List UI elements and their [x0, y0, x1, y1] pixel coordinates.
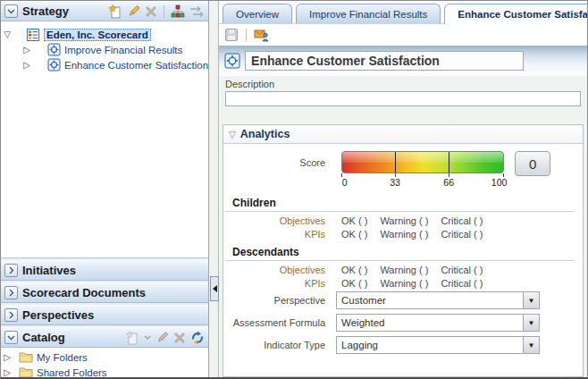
dropdown-arrow-icon[interactable]: ▼: [523, 337, 539, 353]
warning-count: Warning ( ): [380, 265, 428, 275]
tree-row-folder[interactable]: ▷ My Folders: [1, 350, 208, 365]
perspective-label: Perspective: [225, 295, 325, 306]
objectives-label: Objectives: [225, 215, 325, 226]
tree-row-objective[interactable]: ▷ Improve Financial Results: [1, 42, 208, 57]
critical-count: Critical ( ): [441, 265, 483, 275]
gauge-axis: 0 33 66 100: [341, 173, 504, 188]
strategy-tree: ▽ Eden, Inc. Scorecard ▷ Improve Financi…: [1, 21, 208, 258]
strategy-toolbar: [108, 4, 205, 19]
gauge-tick-label: 0: [342, 177, 348, 188]
selected-value: Customer: [337, 295, 523, 306]
edit-pencil-icon[interactable]: [155, 331, 169, 344]
expand-closed-icon[interactable]: ▷: [1, 352, 13, 362]
objective-icon: [47, 43, 61, 56]
tree-node-label[interactable]: Improve Financial Results: [64, 45, 182, 55]
catalog-tree: ▷ My Folders ▷ Shared Folders: [1, 348, 208, 377]
ok-count: OK ( ): [341, 278, 367, 289]
objective-title-bar: Enhance Customer Satisfaction: [219, 46, 587, 76]
warning-count: Warning ( ): [380, 229, 428, 240]
cause-effect-map-icon[interactable]: [189, 5, 205, 18]
scorecard-documents-panel-header[interactable]: Scorecard Documents: [1, 282, 208, 303]
objective-icon: [224, 53, 240, 69]
dropdown-arrow-icon[interactable]: ▼: [523, 315, 539, 331]
tree-node-label[interactable]: My Folders: [37, 352, 88, 363]
new-objective-icon[interactable]: [108, 4, 122, 19]
description-section: Description: [219, 76, 587, 115]
perspectives-panel-header[interactable]: Perspectives: [1, 305, 208, 325]
dropdown-chevron-icon[interactable]: [144, 335, 151, 340]
indicator-type-select[interactable]: Lagging ▼: [336, 336, 540, 354]
status-counts: OK ( ) Warning ( ) Critical ( ): [341, 265, 483, 275]
assessment-formula-label: Assessment Formula: [225, 317, 325, 328]
scorecard-documents-expand-button[interactable]: [4, 286, 18, 299]
delete-x-icon[interactable]: [173, 332, 186, 344]
expand-open-icon[interactable]: ▽: [1, 29, 13, 39]
ok-count: OK ( ): [341, 265, 367, 275]
tree-row-objective[interactable]: ▷ Enhance Customer Satisfaction: [1, 57, 208, 72]
objective-name-field[interactable]: Enhance Customer Satisfaction: [245, 51, 524, 71]
score-value-button[interactable]: 0: [515, 151, 550, 176]
assessment-formula-select[interactable]: Weighted ▼: [336, 314, 540, 332]
tree-row-scorecard-root[interactable]: ▽ Eden, Inc. Scorecard: [1, 27, 208, 42]
tree-node-label[interactable]: Eden, Inc. Scorecard: [44, 29, 151, 41]
tab-label: Enhance Customer Satisfaction: [458, 9, 587, 20]
tab-bar: Overview Improve Financial Results Enhan…: [219, 1, 587, 24]
perspective-select[interactable]: Customer ▼: [336, 291, 540, 309]
critical-count: Critical ( ): [441, 278, 483, 289]
toolbar-separator: [246, 29, 247, 41]
expand-closed-icon[interactable]: ▷: [1, 367, 13, 377]
score-gauge-bar: [341, 151, 504, 173]
tree-row-folder[interactable]: ▷ Shared Folders: [1, 365, 208, 377]
save-icon[interactable]: [224, 28, 239, 42]
analytics-title: Analytics: [240, 128, 290, 140]
edit-pencil-icon[interactable]: [127, 4, 140, 18]
gauge-tick-label: 33: [390, 177, 400, 188]
perspective-field-row: Perspective Customer ▼: [225, 291, 574, 309]
strategy-panel-header[interactable]: Strategy: [1, 1, 208, 21]
chevron-right-icon: [9, 266, 14, 274]
warning-count: Warning ( ): [380, 278, 428, 289]
score-gauge: 0 33 66 100: [341, 151, 504, 188]
catalog-collapse-button[interactable]: [4, 331, 18, 344]
children-kpis-row: KPIs OK ( ) Warning ( ) Critical ( ): [225, 229, 574, 240]
critical-count: Critical ( ): [441, 215, 483, 226]
tab-improve-financial-results[interactable]: Improve Financial Results: [296, 4, 441, 23]
initiatives-expand-button[interactable]: [4, 264, 18, 277]
section-collapse-icon[interactable]: ▽: [229, 130, 236, 139]
perspectives-panel-title: Perspectives: [22, 308, 94, 322]
folder-icon: [19, 366, 33, 377]
refresh-icon[interactable]: [190, 331, 205, 345]
email-owner-icon[interactable]: [254, 28, 270, 42]
warning-count: Warning ( ): [380, 215, 428, 226]
analytics-header[interactable]: ▽ Analytics: [223, 125, 583, 144]
objective-icon: [47, 58, 61, 72]
initiatives-panel-title: Initiatives: [22, 264, 76, 277]
description-label: Description: [225, 79, 581, 89]
dropdown-arrow-icon[interactable]: ▼: [523, 292, 539, 308]
expand-closed-icon[interactable]: ▷: [21, 45, 33, 55]
sidebar-splitter[interactable]: [209, 1, 219, 377]
view-strategy-tree-icon[interactable]: [171, 4, 185, 18]
gauge-tick-label: 100: [491, 177, 508, 188]
splitter-collapse-button[interactable]: [210, 276, 219, 301]
perspectives-expand-button[interactable]: [4, 308, 18, 322]
catalog-panel-header[interactable]: Catalog: [1, 327, 208, 348]
new-document-icon[interactable]: [125, 331, 139, 345]
selected-value: Lagging: [337, 340, 523, 350]
tree-node-label[interactable]: Shared Folders: [37, 367, 107, 378]
tree-node-label[interactable]: Enhance Customer Satisfaction: [64, 60, 208, 71]
document-toolbar: [219, 24, 587, 46]
delete-x-icon[interactable]: [145, 5, 157, 18]
description-input[interactable]: [225, 91, 581, 106]
tab-label: Overview: [236, 9, 279, 20]
initiatives-panel-header[interactable]: Initiatives: [1, 260, 208, 281]
chevron-right-icon: [9, 311, 14, 319]
expand-closed-icon[interactable]: ▷: [21, 60, 33, 70]
status-counts: OK ( ) Warning ( ) Critical ( ): [341, 278, 483, 289]
tab-overview[interactable]: Overview: [223, 4, 292, 23]
descendants-heading: Descendants: [225, 242, 574, 261]
children-heading: Children: [225, 193, 574, 212]
tab-enhance-customer-satisfaction[interactable]: Enhance Customer Satisfaction: [444, 4, 587, 24]
catalog-toolbar: [125, 331, 205, 345]
strategy-collapse-button[interactable]: [4, 4, 18, 18]
